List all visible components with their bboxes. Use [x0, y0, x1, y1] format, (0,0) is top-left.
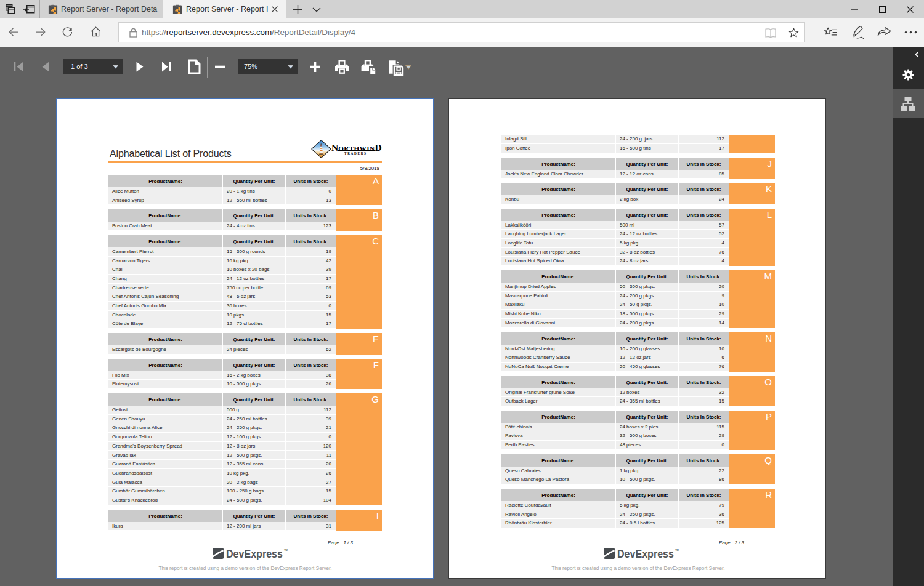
svg-text:TM: TM [675, 549, 678, 552]
svg-text:DevExpress: DevExpress [226, 548, 283, 560]
svg-text:DevExpress: DevExpress [617, 548, 674, 560]
svg-text:TM: TM [284, 549, 287, 552]
